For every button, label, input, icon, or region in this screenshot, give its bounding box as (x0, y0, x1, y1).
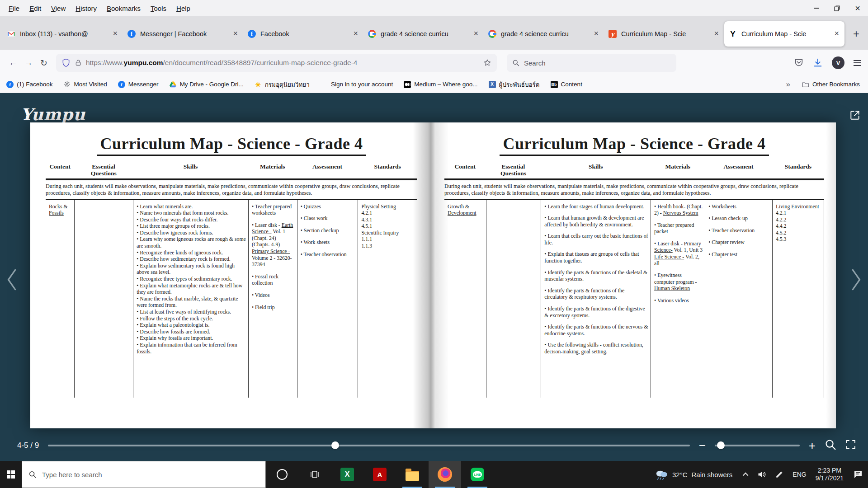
tab-title: grade 4 science curricu (381, 30, 470, 38)
zoom-out-button[interactable]: − (699, 440, 706, 451)
taskbar-app-file-explorer[interactable] (396, 461, 429, 488)
tab-close-icon[interactable]: × (349, 29, 359, 38)
skill-item: Learn the four stages of human developme… (544, 203, 648, 210)
forward-button[interactable]: → (21, 55, 36, 70)
menu-item[interactable]: Bookmarks (102, 3, 146, 14)
menu-item[interactable]: View (46, 3, 71, 14)
cortana-button[interactable] (266, 461, 298, 488)
menu-item[interactable]: History (71, 3, 102, 14)
material-item: Various videos (654, 297, 703, 304)
standard-line: 4.2.1 (776, 210, 821, 216)
firefox-icon (438, 467, 452, 482)
taskbar-app-excel[interactable]: X (331, 461, 363, 488)
fullscreen-icon[interactable] (845, 439, 856, 452)
tab-google-search-1[interactable]: grade 4 science curricu × (363, 21, 484, 47)
bookmark-microsoft-signin[interactable]: Sign in to your account (321, 81, 393, 88)
other-bookmarks-button[interactable]: Other Bookmarks (802, 81, 860, 88)
zoom-slider-thumb[interactable] (717, 441, 725, 449)
previous-page-chevron[interactable] (4, 267, 19, 292)
tab-close-icon[interactable]: × (229, 29, 239, 38)
bookmarks-overflow-icon[interactable]: » (786, 80, 790, 89)
taskbar-search-box[interactable] (22, 461, 266, 488)
doc-title: Curriculum Map - Science - Grade 4 (500, 134, 769, 156)
yumpu-logo[interactable]: Yumpu (21, 105, 85, 124)
viewer-search-icon[interactable] (825, 439, 836, 452)
doc-intro: During each unit, students will make obs… (46, 183, 417, 197)
tab-title: grade 4 science curricu (501, 30, 590, 38)
volume-button[interactable] (753, 461, 771, 488)
start-button[interactable] (0, 461, 22, 488)
tab-curriculum-map-1[interactable]: y Curriculum Map - Scie × (604, 21, 724, 47)
x-icon: X (489, 81, 496, 88)
bookmark-blackboard-content[interactable]: BbContent (551, 81, 582, 88)
skill-item: Describe how igneous rock forms. (137, 230, 246, 236)
bookmark-google-drive[interactable]: My Drive - Google Dri... (170, 81, 244, 88)
bookmark-thai-meteorological[interactable]: ☀กรมอุตุนิยมวิทยา (255, 80, 310, 89)
bookmark-x-board[interactable]: Xผู้ประพันธ์บอร์ด (489, 80, 540, 89)
tab-close-icon[interactable]: × (470, 29, 479, 38)
cortana-icon (277, 469, 288, 480)
tab-google-search-2[interactable]: grade 4 science curricu × (484, 21, 604, 47)
tab-close-icon[interactable]: × (590, 29, 599, 38)
windows-ink-button[interactable] (771, 461, 788, 488)
url-text[interactable]: https://www.yumpu.com/en/document/read/3… (86, 59, 479, 67)
notification-icon (853, 469, 863, 480)
tab-messenger[interactable]: f Messenger | Facebook × (123, 21, 243, 47)
tray-overflow-button[interactable] (740, 461, 753, 488)
account-avatar[interactable]: V (832, 56, 844, 69)
tab-close-icon[interactable]: × (109, 29, 118, 38)
taskbar-search-input[interactable] (42, 471, 232, 479)
google-icon (368, 30, 376, 38)
skill-item: Explain information that can be inferred… (137, 342, 246, 355)
action-center-button[interactable] (848, 461, 868, 488)
reload-button[interactable]: ↻ (36, 55, 52, 70)
lock-icon[interactable] (75, 59, 82, 66)
menu-item[interactable]: Help (171, 3, 195, 14)
menu-item[interactable]: File (4, 3, 24, 14)
close-button[interactable]: × (847, 0, 868, 16)
language-indicator[interactable]: ENG (788, 461, 811, 488)
weather-widget[interactable]: 32°C Rain showers (647, 461, 740, 488)
tab-close-icon[interactable]: × (710, 29, 720, 38)
tab-close-icon[interactable]: × (830, 29, 840, 38)
app-menu-icon[interactable] (854, 60, 861, 66)
url-domain: yumpu.com (124, 59, 163, 66)
downloads-icon[interactable] (813, 58, 823, 68)
browser-search-bar[interactable]: Search (507, 54, 676, 72)
menu-item[interactable]: Tools (146, 3, 171, 14)
new-tab-button[interactable]: + (847, 25, 865, 43)
zoom-in-button[interactable]: + (809, 440, 816, 451)
col-skills: Learn the four stages of human developme… (541, 200, 651, 398)
task-view-button[interactable] (298, 461, 331, 488)
menu-item[interactable]: Edit (24, 3, 46, 14)
bookmark-star-icon[interactable] (483, 59, 491, 67)
taskbar-app-line[interactable]: LINE (461, 461, 494, 488)
bookmark-facebook[interactable]: f(1) Facebook (6, 81, 53, 88)
minimize-button[interactable] (806, 0, 826, 16)
bookmark-messenger[interactable]: fMessenger (118, 81, 159, 88)
material-item: Field trip (252, 304, 295, 311)
restore-button[interactable] (826, 0, 847, 16)
menu-items: FileEditViewHistoryBookmarksToolsHelp (4, 3, 195, 14)
url-bar[interactable]: https://www.yumpu.com/en/document/read/3… (56, 54, 497, 72)
tab-facebook[interactable]: f Facebook × (243, 21, 363, 47)
column-header: Materials (651, 163, 705, 177)
bookmark-most-visited[interactable]: Most Visited (64, 81, 107, 88)
folder-icon (802, 81, 809, 88)
tracking-shield-icon[interactable] (61, 58, 71, 67)
column-header: Essential Questions (486, 163, 541, 177)
tab-gmail-inbox[interactable]: Inbox (113) - vsathon@ × (3, 21, 123, 47)
pocket-icon[interactable] (794, 58, 804, 68)
taskbar-app-firefox[interactable] (429, 461, 461, 488)
tab-curriculum-map-active[interactable]: Y Curriculum Map - Scie × (724, 21, 844, 47)
taskbar-app-acrobat[interactable]: A (363, 461, 396, 488)
bookmark-medium[interactable]: Medium – Where goo... (404, 81, 477, 88)
zoom-slider[interactable] (715, 445, 800, 446)
standard-line: Scientific Inquiry (361, 230, 415, 236)
back-button[interactable]: ← (5, 55, 21, 70)
page-scrub-slider[interactable] (48, 445, 689, 446)
next-page-chevron[interactable] (849, 267, 864, 292)
taskbar-clock[interactable]: 2:23 PM 9/17/2021 (811, 467, 848, 482)
page-slider-thumb[interactable] (331, 441, 339, 449)
share-icon[interactable] (849, 109, 861, 123)
